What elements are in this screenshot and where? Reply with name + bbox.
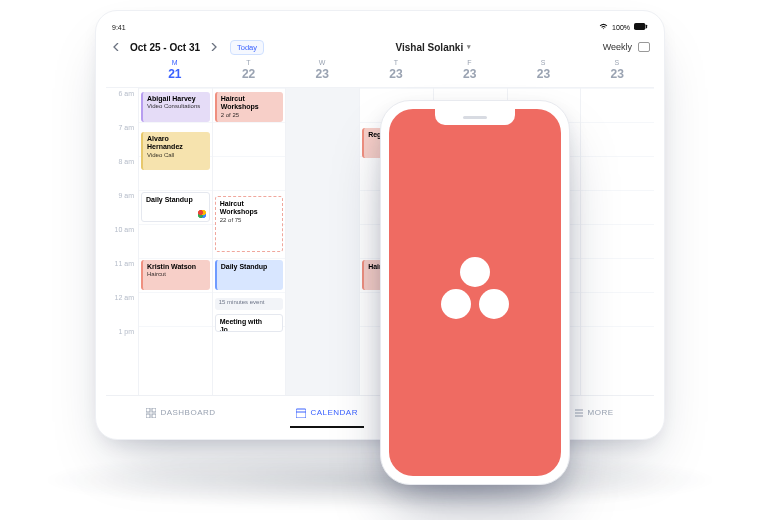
time-gutter: 6 am 7 am 8 am 9 am 10 am 11 am 12 am 1 … — [106, 88, 138, 395]
statusbar-battery: 100% — [612, 24, 630, 31]
chevron-down-icon: ▾ — [467, 43, 471, 51]
tablet-statusbar: 9:41 100% — [106, 21, 654, 35]
nav-more[interactable]: MORE — [568, 404, 620, 422]
view-mode-icon[interactable] — [638, 42, 650, 52]
menu-icon — [574, 408, 584, 418]
event-meeting[interactable]: Meeting with Jo… — [215, 314, 284, 332]
statusbar-time: 9:41 — [112, 24, 126, 31]
day-column-tue[interactable]: Haircut Workshops 2 of 25 Haircut Worksh… — [212, 88, 286, 395]
event-fifteen[interactable]: 15 minutes event — [215, 298, 284, 310]
day-header-tue[interactable]: T 22 — [212, 59, 286, 87]
phone-frame — [380, 100, 570, 485]
svg-rect-5 — [152, 414, 156, 418]
user-selector[interactable]: Vishal Solanki ▾ — [270, 42, 597, 53]
day-header-sat[interactable]: S 23 — [507, 59, 581, 87]
view-mode-label[interactable]: Weekly — [603, 42, 632, 52]
app-logo-icon — [435, 253, 515, 333]
svg-rect-6 — [296, 409, 306, 418]
event-haircut-2[interactable]: Haircut Workshops 22 of 75 — [215, 196, 284, 252]
event-haircut-1[interactable]: Haircut Workshops 2 of 25 — [215, 92, 284, 122]
event-standup-tue[interactable]: Daily Standup — [215, 260, 284, 290]
date-range-label[interactable]: Oct 25 - Oct 31 — [130, 42, 200, 53]
day-header-mon[interactable]: M 21 — [138, 59, 212, 87]
day-header-thu[interactable]: T 23 — [359, 59, 433, 87]
svg-rect-3 — [152, 408, 156, 412]
svg-rect-4 — [146, 414, 150, 418]
phone-screen — [389, 109, 561, 476]
day-column-mon[interactable]: Abigail Harvey Video Consultations Alvar… — [138, 88, 212, 395]
battery-icon — [634, 23, 648, 31]
event-abigail[interactable]: Abigail Harvey Video Consultations — [141, 92, 210, 122]
today-button[interactable]: Today — [230, 40, 264, 55]
wifi-icon — [599, 23, 608, 31]
day-column-sun[interactable] — [580, 88, 654, 395]
nav-calendar[interactable]: CALENDAR — [290, 404, 364, 422]
dashboard-icon — [146, 408, 156, 418]
day-header-sun[interactable]: S 23 — [580, 59, 654, 87]
event-alvaro[interactable]: Alvaro Hernandez Video Call — [141, 132, 210, 170]
day-header-wed[interactable]: W 23 — [285, 59, 359, 87]
phone-notch — [435, 109, 515, 125]
day-column-wed[interactable]: Day off — [285, 88, 359, 395]
svg-rect-0 — [634, 23, 645, 30]
next-week-button[interactable] — [206, 40, 220, 54]
svg-rect-2 — [146, 408, 150, 412]
day-headers: M 21 T 22 W 23 T 23 F 23 — [106, 59, 654, 87]
user-name: Vishal Solanki — [396, 42, 464, 53]
event-kristin[interactable]: Kristin Watson Haircut — [141, 260, 210, 290]
prev-week-button[interactable] — [110, 40, 124, 54]
nav-dashboard[interactable]: DASHBOARD — [140, 404, 221, 422]
calendar-toolbar: Oct 25 - Oct 31 Today Vishal Solanki ▾ W… — [106, 35, 654, 59]
calendar-icon — [296, 408, 306, 418]
day-header-fri[interactable]: F 23 — [433, 59, 507, 87]
svg-rect-1 — [646, 25, 647, 29]
event-standup-mon[interactable]: Daily Standup — [141, 192, 210, 222]
